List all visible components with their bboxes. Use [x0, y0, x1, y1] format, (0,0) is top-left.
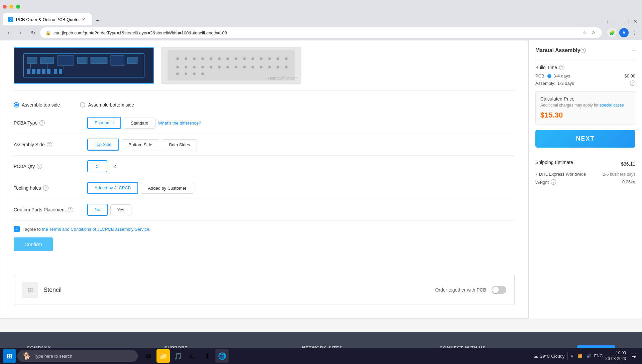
address-bar[interactable]: 🔒 cart.jlcpcb.com/quote?orderType=1&sten…: [40, 27, 602, 38]
winamp-button[interactable]: 🎵: [171, 349, 185, 363]
assembly-days: Assembly: 1-3 days: [535, 81, 574, 86]
taskbar: ⊞ 🐕 Type here to search ⧉ 📁 🎵 🗂 ⬇ 🌐 ☁ 29…: [0, 348, 642, 364]
svg-rect-11: [37, 69, 40, 74]
assemble-bottom-option[interactable]: Assemble bottom side: [80, 102, 134, 108]
top-side-button[interactable]: Top Side: [87, 139, 119, 151]
pcb-status-dot: [547, 74, 551, 78]
assembly-days-help-icon[interactable]: ?: [630, 80, 635, 86]
confirm-parts-no-button[interactable]: No: [87, 204, 108, 216]
close-window-button[interactable]: ✕: [631, 17, 639, 25]
maximize-button[interactable]: ⬜: [622, 17, 630, 25]
tooling-holes-label: Tooling holes ?: [14, 185, 81, 191]
language-indicator[interactable]: ENG: [594, 354, 603, 358]
pcba-type-label: PCBA Type ?: [14, 120, 81, 126]
svg-rect-9: [27, 69, 30, 74]
confirm-parts-help-icon[interactable]: ?: [68, 207, 73, 212]
minimize-button[interactable]: —: [613, 17, 621, 25]
confirm-parts-label: Confirm Parts Placement ?: [14, 207, 81, 212]
collapse-button[interactable]: −: [632, 47, 635, 54]
difference-link[interactable]: What's the difference?: [158, 121, 201, 126]
profile-icon[interactable]: A: [619, 28, 629, 37]
forward-button[interactable]: ›: [16, 28, 25, 37]
chrome-button[interactable]: 🌐: [215, 349, 229, 363]
calc-price-value: $15.30: [540, 111, 630, 120]
pcb-circuit-svg: [20, 50, 147, 80]
both-sides-button[interactable]: Both Sides: [162, 139, 197, 150]
svg-point-44: [260, 66, 262, 68]
active-tab[interactable]: J PCB Order & Online PCB Quote ✕: [3, 13, 92, 25]
taskbar-search[interactable]: 🐕 Type here to search: [17, 350, 138, 362]
assembly-side-row: Assembly Side ? Top Side Bottom Side Bot…: [14, 134, 515, 156]
svg-point-25: [218, 57, 221, 60]
pcb-price: $0.00: [624, 73, 635, 78]
added-by-customer-button[interactable]: Added by Customer: [141, 183, 193, 194]
refresh-button[interactable]: ↻: [28, 28, 37, 37]
pcba-qty-extra: 2: [110, 161, 123, 172]
svg-point-43: [251, 66, 254, 68]
svg-point-20: [176, 57, 179, 60]
divider: [567, 352, 568, 360]
bottom-side-button[interactable]: Bottom Side: [122, 139, 159, 150]
next-button[interactable]: NEXT: [535, 130, 635, 148]
terms-checkbox[interactable]: ✓: [14, 226, 20, 232]
taskbar-apps: ⧉ 📁 🎵 🗂 ⬇ 🌐: [142, 349, 229, 363]
weight-help-icon[interactable]: ?: [551, 179, 556, 185]
added-by-jlcpcb-button[interactable]: Added by JLCPCB: [87, 182, 138, 194]
file-explorer-button[interactable]: 📁: [156, 349, 170, 363]
tooling-holes-help-icon[interactable]: ?: [43, 185, 48, 191]
stencil-toggle[interactable]: [492, 286, 506, 294]
standard-button[interactable]: Standard: [124, 118, 155, 129]
extensions-icon[interactable]: 🧩: [607, 28, 617, 37]
tray-icons[interactable]: ∧: [570, 354, 573, 358]
economic-button[interactable]: Economic: [87, 117, 121, 129]
confirm-parts-yes-button[interactable]: Yes: [110, 204, 131, 215]
confirm-button[interactable]: Confirm: [14, 237, 53, 251]
new-tab-button[interactable]: +: [93, 16, 102, 25]
svg-point-31: [268, 57, 271, 60]
system-tray: ∧ 📶 🔊: [570, 354, 592, 358]
back-button[interactable]: ‹: [4, 28, 13, 37]
tab-list-button[interactable]: ⋮: [603, 17, 611, 25]
terms-link[interactable]: the Terms and Conditions of JLCPCB assem…: [42, 227, 150, 232]
svg-rect-2: [27, 57, 37, 64]
task-view-button[interactable]: ⧉: [142, 349, 155, 363]
start-button[interactable]: ⊞: [3, 349, 16, 363]
pcba-qty-input[interactable]: [87, 160, 107, 172]
notification-button[interactable]: 🗨: [629, 351, 639, 361]
bookmark-icon[interactable]: ☆: [581, 29, 588, 36]
calc-price-label: Calculated Price: [540, 96, 630, 102]
assemble-bottom-label: Assemble bottom side: [88, 102, 134, 108]
menu-icon[interactable]: ⋮: [631, 29, 638, 36]
svg-point-36: [193, 66, 196, 68]
network-icon[interactable]: 📶: [577, 354, 582, 358]
svg-point-41: [235, 66, 237, 68]
taskbar-clock[interactable]: 10:03 26-08-2023: [606, 350, 626, 362]
special-cases-link[interactable]: special cases: [600, 103, 624, 108]
assemble-top-radio[interactable]: [14, 102, 19, 108]
svg-point-42: [243, 66, 246, 68]
volume-icon[interactable]: 🔊: [586, 354, 592, 358]
assemble-toggle-section: Assemble top side Assemble bottom side: [14, 98, 515, 112]
expand-icon[interactable]: ▾: [535, 172, 537, 176]
tab-favicon: J: [8, 17, 13, 22]
weight-value: 0.26kg: [622, 179, 635, 185]
tab-title: PCB Order & Online PCB Quote: [16, 17, 78, 22]
svg-point-51: [201, 72, 204, 75]
downloads-button[interactable]: ⬇: [201, 349, 214, 363]
pcb-top-image: [14, 47, 154, 84]
folder-button[interactable]: 🗂: [186, 349, 199, 363]
pcba-type-help-icon[interactable]: ?: [39, 120, 45, 126]
pcba-qty-help-icon[interactable]: ?: [37, 164, 42, 169]
tab-close-button[interactable]: ✕: [81, 17, 86, 22]
dhl-row: ▾ DHL Express Worldwide 2-6 business day…: [535, 172, 635, 177]
assemble-top-option[interactable]: Assemble top side: [14, 102, 60, 108]
pcb-days: PCB: 3-4 days: [535, 73, 570, 78]
build-time-help-icon[interactable]: ?: [559, 65, 564, 70]
confirm-parts-row: Confirm Parts Placement ? No Yes: [14, 199, 515, 221]
manual-assembly-help-icon[interactable]: ?: [580, 48, 586, 53]
pcba-type-options: Economic Standard What's the difference?: [87, 117, 201, 129]
assemble-bottom-radio[interactable]: [80, 102, 85, 108]
assembly-side-help-icon[interactable]: ?: [47, 142, 52, 147]
svg-point-50: [193, 72, 196, 75]
reader-icon[interactable]: ⊙: [590, 29, 597, 36]
